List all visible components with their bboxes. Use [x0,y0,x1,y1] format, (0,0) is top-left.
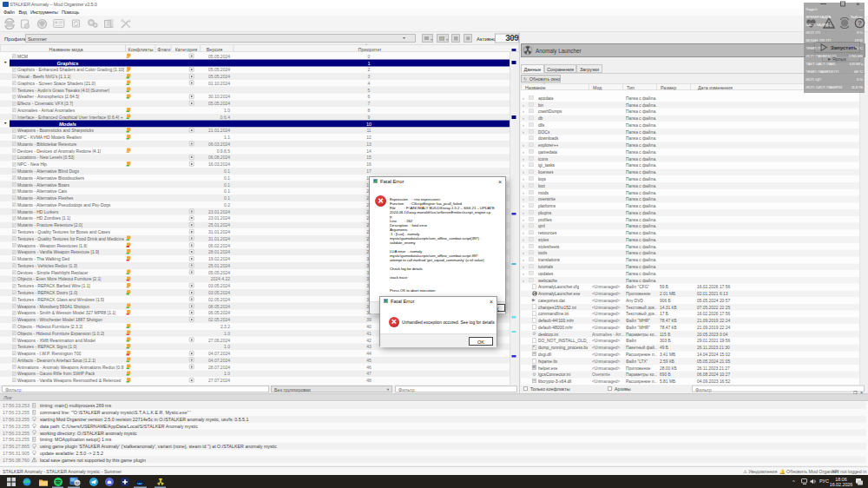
svg-text:?: ? [858,19,862,27]
